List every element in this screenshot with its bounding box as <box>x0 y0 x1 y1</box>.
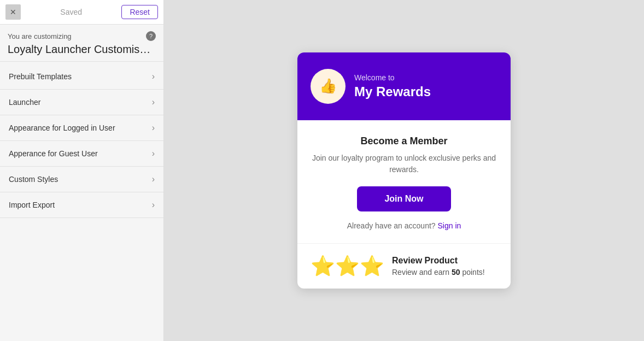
nav-item-label: Launcher <box>9 98 40 107</box>
nav-items: Prebuilt Templates › Launcher › Appearan… <box>0 64 163 218</box>
review-product-description: Review and earn 50 points! <box>392 268 485 277</box>
sidebar-item-import-export[interactable]: Import Export › <box>0 192 163 218</box>
sidebar-item-appearance-guest-user[interactable]: Apperance for Guest User › <box>0 141 163 167</box>
review-product-title: Review Product <box>392 256 485 266</box>
widget-card: 👍 Welcome to My Rewards Become a Member … <box>297 52 511 289</box>
sign-in-link[interactable]: Sign in <box>437 221 461 230</box>
right-area: 👍 Welcome to My Rewards Become a Member … <box>164 0 644 341</box>
nav-item-label: Import Export <box>9 201 55 209</box>
customizing-row: You are customizing ? <box>8 31 156 41</box>
top-bar: ✕ Saved Reset <box>0 0 163 25</box>
member-section: Become a Member Join our loyalty program… <box>297 120 511 244</box>
my-rewards-title: My Rewards <box>354 84 431 99</box>
svg-text:👍: 👍 <box>319 77 337 95</box>
help-icon[interactable]: ? <box>146 31 156 41</box>
review-stars-icon: ⭐⭐⭐ <box>311 255 384 278</box>
widget-header: 👍 Welcome to My Rewards <box>297 52 511 120</box>
close-button[interactable]: ✕ <box>5 4 21 20</box>
chevron-right-icon: › <box>152 200 155 210</box>
customizing-section: You are customizing ? Loyalty Launcher C… <box>0 25 163 62</box>
review-content: Review Product Review and earn 50 points… <box>392 256 485 277</box>
sidebar-item-prebuilt-templates[interactable]: Prebuilt Templates › <box>0 64 163 90</box>
review-desc-prefix: Review and earn <box>392 268 452 277</box>
nav-item-label: Appearance for Logged in User <box>9 124 115 132</box>
customizing-label: You are customizing <box>8 32 72 40</box>
sidebar-item-appearance-logged-user[interactable]: Appearance for Logged in User › <box>0 115 163 141</box>
chevron-right-icon: › <box>152 174 155 184</box>
chevron-right-icon: › <box>152 149 155 158</box>
left-panel: ✕ Saved Reset You are customizing ? Loya… <box>0 0 164 341</box>
member-description: Join our loyalty program to unlock exclu… <box>311 152 497 175</box>
header-text: Welcome to My Rewards <box>354 73 431 99</box>
rewards-icon: 👍 <box>311 69 346 104</box>
sidebar-item-custom-styles[interactable]: Custom Styles › <box>0 167 163 192</box>
sidebar-item-launcher[interactable]: Launcher › <box>0 90 163 115</box>
sign-in-row: Already have an account? Sign in <box>311 221 497 230</box>
chevron-right-icon: › <box>152 97 155 107</box>
review-section: ⭐⭐⭐ Review Product Review and earn 50 po… <box>297 244 511 289</box>
become-member-heading: Become a Member <box>311 136 497 147</box>
welcome-to-label: Welcome to <box>354 73 431 82</box>
already-account-text: Already have an account? <box>347 221 436 230</box>
chevron-right-icon: › <box>152 123 155 133</box>
nav-item-label: Prebuilt Templates <box>9 72 72 81</box>
join-now-button[interactable]: Join Now <box>357 186 450 211</box>
saved-label: Saved <box>25 8 117 16</box>
reset-button[interactable]: Reset <box>121 5 158 19</box>
chevron-right-icon: › <box>152 72 155 81</box>
review-desc-suffix: points! <box>460 268 485 277</box>
review-points-value: 50 <box>452 268 460 277</box>
nav-item-label: Custom Styles <box>9 175 58 184</box>
nav-item-label: Apperance for Guest User <box>9 149 98 158</box>
customizing-title: Loyalty Launcher Customisat... <box>8 43 156 56</box>
